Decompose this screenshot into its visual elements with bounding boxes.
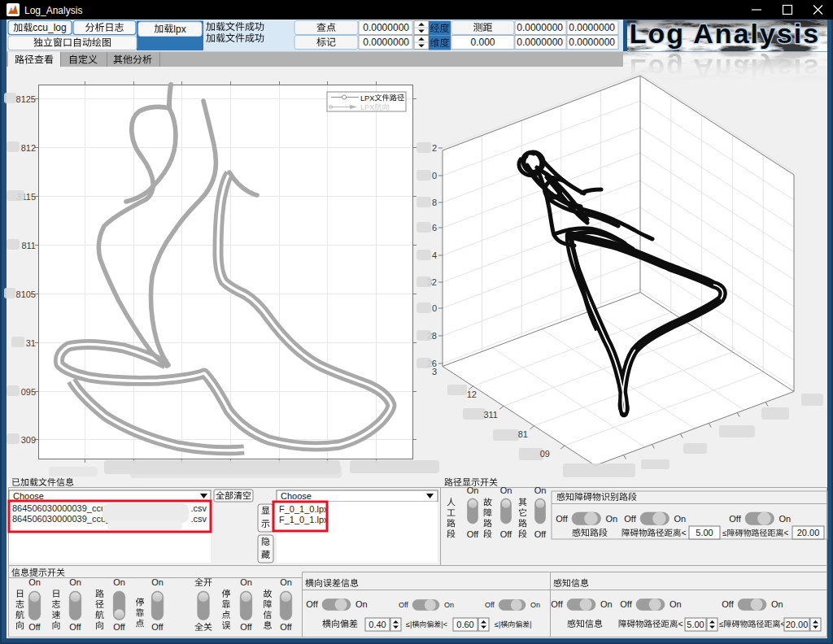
svg-text:095: 095: [21, 387, 36, 397]
svg-text:.csv: .csv: [190, 514, 207, 524]
svg-text:4: 4: [432, 250, 437, 260]
svg-text:On: On: [534, 485, 547, 495]
svg-text:81: 81: [518, 429, 528, 439]
svg-text:On: On: [530, 601, 540, 609]
svg-text:0.000: 0.000: [470, 37, 495, 48]
svg-text:lpx: lpx: [173, 24, 185, 35]
svg-text:<: <: [784, 529, 789, 537]
svg-text:<: <: [678, 619, 683, 629]
svg-text:Off: Off: [620, 599, 632, 609]
svg-text:On: On: [240, 577, 252, 587]
svg-text:Log Analysis: Log Analysis: [630, 18, 820, 49]
svg-text:On: On: [669, 599, 682, 609]
svg-text:Off: Off: [306, 599, 318, 609]
svg-text:0.40: 0.40: [369, 620, 386, 629]
svg-text:311: 311: [483, 410, 498, 420]
svg-text:20.00: 20.00: [797, 528, 820, 537]
svg-text:6: 6: [432, 223, 437, 233]
svg-text:5.00: 5.00: [696, 528, 713, 537]
svg-text:Log_Analysis: Log_Analysis: [24, 5, 82, 16]
svg-text:On: On: [467, 485, 479, 495]
svg-text:Off: Off: [722, 599, 734, 609]
svg-text:F_0_1_0.lpx: F_0_1_0.lpx: [279, 504, 329, 514]
svg-text:0: 0: [432, 303, 437, 313]
svg-text:Off: Off: [729, 514, 741, 524]
svg-text:.csv: .csv: [190, 503, 207, 513]
svg-text:Choose: Choose: [281, 491, 312, 501]
svg-text:812: 812: [21, 143, 36, 153]
svg-text:309: 309: [21, 435, 36, 445]
svg-text:8105: 8105: [16, 289, 36, 299]
svg-text:Off: Off: [534, 529, 547, 539]
svg-text:Off: Off: [113, 622, 125, 632]
svg-text:Off: Off: [485, 601, 495, 609]
svg-text:ccu_log: ccu_log: [33, 22, 66, 33]
svg-text:On: On: [69, 577, 81, 587]
svg-text:Off: Off: [280, 622, 292, 632]
svg-text:On: On: [280, 577, 292, 587]
svg-text:On: On: [674, 514, 687, 524]
svg-text:12: 12: [467, 389, 477, 399]
svg-text:≤: ≤: [722, 529, 727, 537]
svg-text:On: On: [500, 485, 512, 495]
svg-text:On: On: [113, 577, 125, 587]
svg-text:On: On: [600, 599, 613, 609]
svg-text:On: On: [355, 599, 368, 609]
svg-text:On: On: [779, 514, 792, 524]
svg-text:LPX: LPX: [360, 103, 374, 111]
svg-text:0.0000000: 0.0000000: [363, 22, 409, 33]
svg-text:<: <: [682, 528, 687, 537]
svg-text:0: 0: [432, 171, 437, 181]
svg-text:LPX: LPX: [360, 94, 374, 102]
svg-text:Off: Off: [556, 514, 568, 524]
svg-text:2: 2: [432, 143, 437, 153]
svg-text:On: On: [444, 601, 454, 609]
svg-text:On: On: [606, 514, 618, 524]
svg-text:0.0000000: 0.0000000: [569, 22, 615, 33]
svg-text:≤|: ≤|: [406, 620, 412, 629]
svg-text:09: 09: [540, 449, 550, 459]
svg-text:|: |: [530, 620, 531, 629]
svg-text:864506030000039_ccu_: 864506030000039_ccu_: [12, 503, 111, 513]
svg-text:0.0000000: 0.0000000: [569, 37, 615, 48]
svg-text:≤: ≤: [719, 620, 724, 629]
svg-text:864506030000039_ccu_: 864506030000039_ccu_: [12, 514, 111, 524]
svg-text:0.0000000: 0.0000000: [517, 22, 563, 33]
svg-text:Off: Off: [399, 601, 408, 609]
svg-text:Off: Off: [467, 529, 479, 539]
svg-text:8125: 8125: [16, 94, 36, 104]
svg-text:3: 3: [432, 367, 437, 376]
svg-text:On: On: [771, 599, 783, 609]
svg-text:F_1_0_1.lpx: F_1_0_1.lpx: [279, 515, 329, 524]
svg-text:Off: Off: [151, 622, 164, 632]
svg-text:|<: |<: [441, 620, 447, 629]
svg-text:Off: Off: [500, 529, 512, 539]
svg-text:Off: Off: [624, 514, 636, 524]
svg-text:Off: Off: [551, 599, 563, 609]
svg-text:0.0000000: 0.0000000: [363, 37, 409, 48]
svg-text:0.0000000: 0.0000000: [517, 37, 563, 48]
svg-text:≤|: ≤|: [495, 620, 500, 629]
svg-text:811: 811: [21, 241, 36, 250]
svg-text:On: On: [28, 577, 41, 587]
svg-text:Off: Off: [69, 622, 81, 632]
svg-text:On: On: [151, 577, 164, 587]
svg-text:31: 31: [26, 338, 36, 348]
svg-text:Off: Off: [28, 622, 41, 632]
svg-text:Choose: Choose: [13, 491, 44, 501]
svg-text:20.00: 20.00: [786, 620, 809, 629]
svg-text:5.00: 5.00: [687, 620, 704, 629]
svg-text:Off: Off: [240, 622, 252, 632]
svg-text:8: 8: [432, 198, 437, 207]
svg-text:0.60: 0.60: [456, 620, 473, 629]
